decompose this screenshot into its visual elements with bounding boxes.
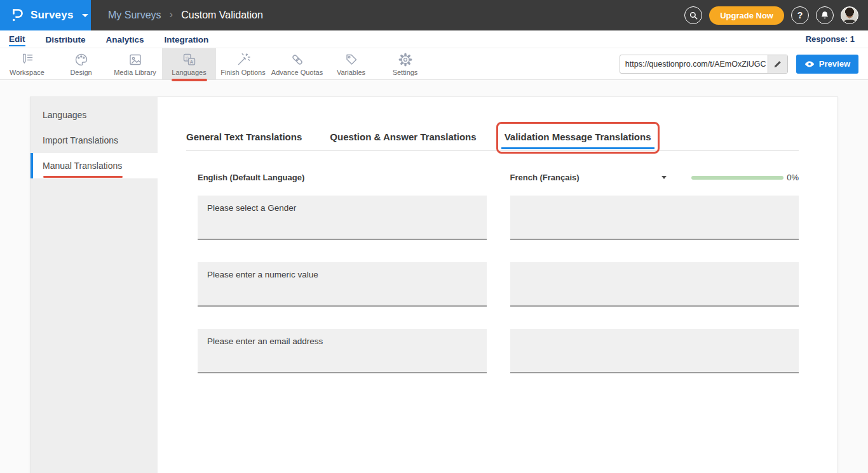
product-name: Surveys xyxy=(31,9,74,22)
tab-question-answer-translations[interactable]: Question & Answer Translations xyxy=(330,124,476,150)
breadcrumb-separator-icon: › xyxy=(170,8,173,21)
annotation-underline-manual-translations xyxy=(43,176,123,178)
active-tab-underline xyxy=(501,147,654,149)
toolbar-item-design[interactable]: Design xyxy=(54,48,108,79)
variables-icon xyxy=(344,52,359,67)
source-text-cell: Please select a Gender xyxy=(198,196,487,240)
bell-icon xyxy=(820,11,829,20)
languages-panel: Languages Import Translations Manual Tra… xyxy=(30,97,838,473)
eye-icon xyxy=(804,60,815,68)
product-switcher[interactable]: Surveys xyxy=(0,0,91,30)
sidebar-item-manual-translations[interactable]: Manual Translations xyxy=(31,153,158,178)
questionpro-logo-icon xyxy=(10,6,25,24)
toolbar-item-media-library[interactable]: Media Library xyxy=(108,48,162,79)
topbar-actions: Upgrade Now ? xyxy=(684,0,868,30)
source-text-cell: Please enter an email address xyxy=(198,329,487,373)
target-language-select[interactable]: French (Français) xyxy=(510,173,667,182)
help-button[interactable]: ? xyxy=(791,6,809,24)
breadcrumb: My Surveys › Custom Validation xyxy=(108,0,684,30)
translation-row: Please enter an email address xyxy=(198,329,799,373)
tab-validation-message-translations[interactable]: Validation Message Translations xyxy=(505,124,651,150)
toolbar-right: https://questionpro.com/t/AEmOxZiUGC Pre… xyxy=(620,48,868,79)
translation-progress-percent: 0% xyxy=(787,173,799,182)
advance-quotas-icon xyxy=(290,52,305,67)
toolbar-item-advance-quotas[interactable]: Advance Quotas xyxy=(270,48,324,79)
language-header-row: English (Default Language) French (Franç… xyxy=(198,173,799,182)
pencil-icon xyxy=(773,60,782,69)
source-text-cell: Please enter a numeric value xyxy=(198,262,487,307)
survey-nav: Edit Distribute Analytics Integration Re… xyxy=(0,30,868,48)
preview-button[interactable]: Preview xyxy=(796,55,858,74)
page-title: Custom Validation xyxy=(181,10,263,21)
upgrade-now-button[interactable]: Upgrade Now xyxy=(709,6,784,25)
languages-icon: ☆ A xyxy=(182,52,197,67)
nav-tab-edit[interactable]: Edit xyxy=(9,32,25,46)
translations-main: General Text Translations Question & Ans… xyxy=(158,97,837,473)
search-button[interactable] xyxy=(684,6,702,24)
search-icon xyxy=(689,11,698,20)
media-library-icon xyxy=(128,52,143,67)
translation-row: Please select a Gender xyxy=(198,196,799,240)
translation-row: Please enter a numeric value xyxy=(198,262,799,307)
chevron-down-icon xyxy=(82,14,88,17)
source-language-label: English (Default Language) xyxy=(198,173,487,182)
translation-tabs: General Text Translations Question & Ans… xyxy=(186,124,799,151)
toolbar-item-settings[interactable]: Settings xyxy=(378,48,432,79)
nav-tab-analytics[interactable]: Analytics xyxy=(106,32,144,46)
target-text-input[interactable] xyxy=(510,262,799,307)
user-avatar[interactable] xyxy=(841,6,858,24)
languages-sidebar: Languages Import Translations Manual Tra… xyxy=(31,97,158,473)
chevron-down-icon xyxy=(661,176,667,179)
toolbar-item-workspace[interactable]: Workspace xyxy=(0,48,54,79)
response-count[interactable]: Response: 1 xyxy=(806,34,855,44)
settings-icon xyxy=(398,52,413,67)
target-text-input[interactable] xyxy=(510,196,799,240)
toolbar-item-finish-options[interactable]: Finish Options xyxy=(216,48,270,79)
translation-progress-bar xyxy=(691,176,783,180)
annotation-underline-languages xyxy=(172,79,207,81)
translation-area: English (Default Language) French (Franç… xyxy=(186,173,799,373)
tab-general-text-translations[interactable]: General Text Translations xyxy=(186,124,302,150)
edit-toolbar: Workspace Design Media Library ☆ xyxy=(0,48,868,80)
workspace-icon xyxy=(20,52,34,67)
target-text-input[interactable] xyxy=(510,329,799,373)
nav-tab-distribute[interactable]: Distribute xyxy=(46,32,86,46)
toolbar-item-variables[interactable]: Variables xyxy=(324,48,378,79)
edit-url-button[interactable] xyxy=(768,55,787,73)
sidebar-item-languages[interactable]: Languages xyxy=(31,102,158,128)
survey-url-box: https://questionpro.com/t/AEmOxZiUGC xyxy=(620,55,788,74)
design-icon xyxy=(74,52,89,67)
topbar: Surveys My Surveys › Custom Validation U… xyxy=(0,0,868,30)
svg-text:A: A xyxy=(189,58,193,64)
nav-tab-integration[interactable]: Integration xyxy=(165,32,209,46)
toolbar-item-languages[interactable]: ☆ A Languages xyxy=(162,48,216,79)
target-language-controls: French (Français) 0% xyxy=(510,173,799,182)
survey-url[interactable]: https://questionpro.com/t/AEmOxZiUGC xyxy=(620,55,768,73)
notifications-button[interactable] xyxy=(816,6,834,24)
finish-options-icon xyxy=(236,52,251,67)
breadcrumb-my-surveys[interactable]: My Surveys xyxy=(108,10,161,21)
sidebar-item-import-translations[interactable]: Import Translations xyxy=(31,128,158,153)
